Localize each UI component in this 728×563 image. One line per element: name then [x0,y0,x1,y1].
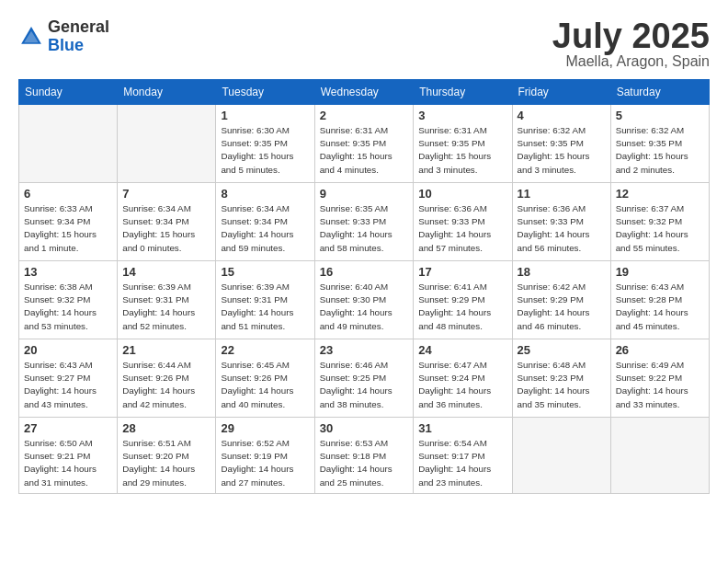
day-number: 20 [24,343,112,357]
day-number: 10 [418,187,506,201]
day-number: 23 [320,343,409,357]
calendar-cell: 3Sunrise: 6:31 AMSunset: 9:35 PMDaylight… [414,105,512,183]
day-number: 24 [418,343,506,357]
day-number: 12 [616,187,704,201]
day-info: Sunrise: 6:33 AMSunset: 9:34 PMDaylight:… [24,202,112,255]
calendar-cell: 30Sunrise: 6:53 AMSunset: 9:18 PMDayligh… [314,418,414,494]
day-number: 4 [518,109,606,122]
calendar-cell: 8Sunrise: 6:34 AMSunset: 9:34 PMDaylight… [216,183,314,261]
day-info: Sunrise: 6:45 AMSunset: 9:26 PMDaylight:… [221,359,309,411]
day-number: 13 [24,265,112,279]
calendar-cell: 5Sunrise: 6:32 AMSunset: 9:35 PMDaylight… [610,105,709,183]
calendar-cell: 6Sunrise: 6:33 AMSunset: 9:34 PMDaylight… [19,183,118,261]
day-info: Sunrise: 6:52 AMSunset: 9:19 PMDaylight:… [221,437,309,489]
calendar-cell: 21Sunrise: 6:44 AMSunset: 9:26 PMDayligh… [118,339,216,418]
calendar-cell: 22Sunrise: 6:45 AMSunset: 9:26 PMDayligh… [216,339,314,418]
day-info: Sunrise: 6:49 AMSunset: 9:22 PMDaylight:… [616,359,704,411]
day-info: Sunrise: 6:44 AMSunset: 9:26 PMDaylight:… [122,359,210,411]
day-number: 8 [221,187,309,201]
calendar-cell [118,105,216,183]
day-info: Sunrise: 6:36 AMSunset: 9:33 PMDaylight:… [518,202,606,255]
calendar-cell: 16Sunrise: 6:40 AMSunset: 9:30 PMDayligh… [314,261,414,339]
logo-text: General Blue [48,18,109,55]
day-number: 31 [418,421,506,435]
logo: General Blue [18,18,109,55]
day-info: Sunrise: 6:34 AMSunset: 9:34 PMDaylight:… [122,202,210,255]
day-info: Sunrise: 6:32 AMSunset: 9:35 PMDaylight:… [518,124,606,177]
day-info: Sunrise: 6:51 AMSunset: 9:20 PMDaylight:… [122,437,210,489]
calendar-cell: 28Sunrise: 6:51 AMSunset: 9:20 PMDayligh… [118,418,216,494]
calendar-cell: 7Sunrise: 6:34 AMSunset: 9:34 PMDaylight… [118,183,216,261]
day-info: Sunrise: 6:38 AMSunset: 9:32 PMDaylight:… [24,281,112,333]
day-number: 17 [418,265,506,279]
calendar-cell: 15Sunrise: 6:39 AMSunset: 9:31 PMDayligh… [216,261,314,339]
calendar-cell: 26Sunrise: 6:49 AMSunset: 9:22 PMDayligh… [610,339,709,418]
weekday-header-row: SundayMondayTuesdayWednesdayThursdayFrid… [19,80,710,105]
logo-blue: Blue [48,36,84,54]
calendar-table: SundayMondayTuesdayWednesdayThursdayFrid… [18,79,710,494]
day-number: 11 [518,187,606,201]
calendar-cell: 18Sunrise: 6:42 AMSunset: 9:29 PMDayligh… [512,261,610,339]
calendar-cell: 31Sunrise: 6:54 AMSunset: 9:17 PMDayligh… [414,418,512,494]
calendar-cell: 13Sunrise: 6:38 AMSunset: 9:32 PMDayligh… [19,261,118,339]
day-number: 9 [320,187,409,201]
day-number: 3 [418,109,506,122]
day-info: Sunrise: 6:32 AMSunset: 9:35 PMDaylight:… [616,124,704,177]
weekday-header: Wednesday [314,80,414,105]
weekday-header: Sunday [19,80,118,105]
day-number: 6 [24,187,112,201]
day-number: 19 [616,265,704,279]
weekday-header: Friday [512,80,610,105]
calendar-cell: 11Sunrise: 6:36 AMSunset: 9:33 PMDayligh… [512,183,610,261]
day-info: Sunrise: 6:36 AMSunset: 9:33 PMDaylight:… [418,202,506,255]
calendar-cell: 24Sunrise: 6:47 AMSunset: 9:24 PMDayligh… [414,339,512,418]
day-info: Sunrise: 6:39 AMSunset: 9:31 PMDaylight:… [122,281,210,333]
week-row: 1Sunrise: 6:30 AMSunset: 9:35 PMDaylight… [19,105,710,183]
day-info: Sunrise: 6:31 AMSunset: 9:35 PMDaylight:… [418,124,506,177]
weekday-header: Saturday [610,80,709,105]
day-number: 30 [320,421,409,435]
day-info: Sunrise: 6:54 AMSunset: 9:17 PMDaylight:… [418,437,506,489]
day-info: Sunrise: 6:42 AMSunset: 9:29 PMDaylight:… [518,281,606,333]
day-info: Sunrise: 6:39 AMSunset: 9:31 PMDaylight:… [221,281,309,333]
calendar-cell: 20Sunrise: 6:43 AMSunset: 9:27 PMDayligh… [19,339,118,418]
day-number: 16 [320,265,409,279]
calendar-cell: 23Sunrise: 6:46 AMSunset: 9:25 PMDayligh… [314,339,414,418]
month-title: July 2025 [552,18,710,53]
week-row: 6Sunrise: 6:33 AMSunset: 9:34 PMDaylight… [19,183,710,261]
calendar-cell: 29Sunrise: 6:52 AMSunset: 9:19 PMDayligh… [216,418,314,494]
day-info: Sunrise: 6:34 AMSunset: 9:34 PMDaylight:… [221,202,309,255]
day-info: Sunrise: 6:43 AMSunset: 9:28 PMDaylight:… [616,281,704,333]
week-row: 20Sunrise: 6:43 AMSunset: 9:27 PMDayligh… [19,339,710,418]
logo-icon [18,24,44,50]
calendar-cell: 1Sunrise: 6:30 AMSunset: 9:35 PMDaylight… [216,105,314,183]
day-info: Sunrise: 6:30 AMSunset: 9:35 PMDaylight:… [221,124,309,177]
day-info: Sunrise: 6:48 AMSunset: 9:23 PMDaylight:… [518,359,606,411]
calendar-cell: 2Sunrise: 6:31 AMSunset: 9:35 PMDaylight… [314,105,414,183]
calendar-cell: 17Sunrise: 6:41 AMSunset: 9:29 PMDayligh… [414,261,512,339]
calendar-cell: 19Sunrise: 6:43 AMSunset: 9:28 PMDayligh… [610,261,709,339]
day-info: Sunrise: 6:31 AMSunset: 9:35 PMDaylight:… [320,124,409,177]
day-number: 27 [24,421,112,435]
day-number: 7 [122,187,210,201]
weekday-header: Monday [118,80,216,105]
calendar-cell: 27Sunrise: 6:50 AMSunset: 9:21 PMDayligh… [19,418,118,494]
day-number: 26 [616,343,704,357]
day-info: Sunrise: 6:40 AMSunset: 9:30 PMDaylight:… [320,281,409,333]
day-info: Sunrise: 6:43 AMSunset: 9:27 PMDaylight:… [24,359,112,411]
day-number: 2 [320,109,409,122]
week-row: 27Sunrise: 6:50 AMSunset: 9:21 PMDayligh… [19,418,710,494]
day-info: Sunrise: 6:46 AMSunset: 9:25 PMDaylight:… [320,359,409,411]
day-number: 22 [221,343,309,357]
day-info: Sunrise: 6:35 AMSunset: 9:33 PMDaylight:… [320,202,409,255]
day-number: 1 [221,109,309,122]
location: Maella, Aragon, Spain [552,53,710,70]
day-number: 18 [518,265,606,279]
calendar-cell: 4Sunrise: 6:32 AMSunset: 9:35 PMDaylight… [512,105,610,183]
day-number: 29 [221,421,309,435]
calendar-cell: 9Sunrise: 6:35 AMSunset: 9:33 PMDaylight… [314,183,414,261]
day-number: 5 [616,109,704,122]
day-info: Sunrise: 6:47 AMSunset: 9:24 PMDaylight:… [418,359,506,411]
day-number: 21 [122,343,210,357]
logo-general: General [48,17,109,36]
